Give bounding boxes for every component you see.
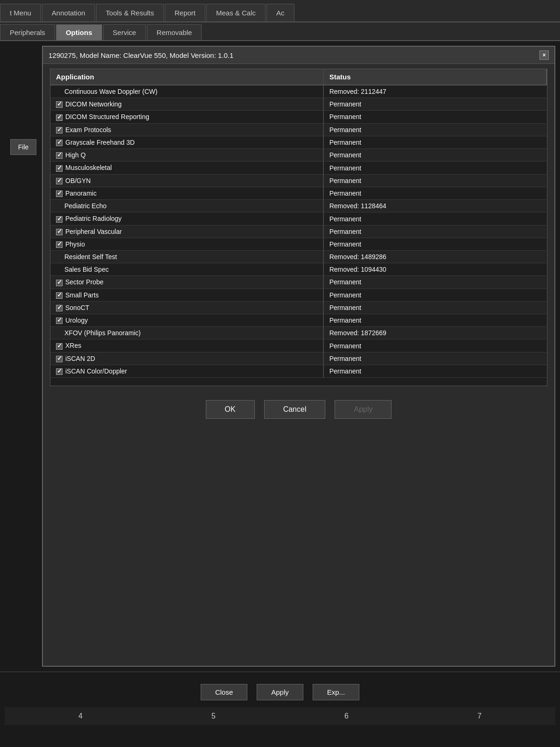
apply-button[interactable]: Apply bbox=[335, 400, 392, 419]
table-row[interactable]: Sector ProbePermanent bbox=[50, 276, 546, 289]
status-cell: Permanent bbox=[323, 187, 546, 200]
checkbox-icon[interactable] bbox=[56, 127, 63, 134]
tab-tools-results[interactable]: Tools & Results bbox=[96, 4, 164, 21]
checkbox-icon[interactable] bbox=[56, 114, 63, 121]
table-row[interactable]: High QPermanent bbox=[50, 149, 546, 162]
table-row[interactable]: Pediatric RadiologyPermanent bbox=[50, 212, 546, 225]
table-row[interactable]: iSCAN 2DPermanent bbox=[50, 352, 546, 365]
tab-meas-calc[interactable]: Meas & Calc bbox=[206, 4, 266, 21]
table-row[interactable]: Exam ProtocolsPermanent bbox=[50, 123, 546, 136]
dialog-box: 1290275, Model Name: ClearVue 550, Model… bbox=[42, 46, 555, 667]
tab-bar-second: Peripherals Options Service Removable bbox=[0, 22, 560, 41]
table-row[interactable]: UrologyPermanent bbox=[50, 314, 546, 327]
table-row[interactable]: PhysioPermanent bbox=[50, 238, 546, 250]
status-cell: Permanent bbox=[323, 314, 546, 327]
checkbox-icon[interactable] bbox=[56, 241, 63, 248]
checkbox-icon[interactable] bbox=[56, 140, 63, 146]
table-scroll-area[interactable]: Application Status Continuous Wave Doppl… bbox=[50, 69, 547, 386]
num-7: 7 bbox=[477, 712, 482, 720]
checkbox-icon[interactable] bbox=[56, 317, 63, 324]
status-cell: Permanent bbox=[323, 162, 546, 174]
table-container: Application Status Continuous Wave Doppl… bbox=[50, 69, 547, 386]
status-cell: Permanent bbox=[323, 339, 546, 352]
checkbox-icon[interactable] bbox=[56, 101, 63, 108]
close-bottom-button[interactable]: Close bbox=[201, 684, 247, 700]
cancel-button[interactable]: Cancel bbox=[264, 400, 326, 419]
table-row[interactable]: PanoramicPermanent bbox=[50, 187, 546, 200]
checkbox-icon[interactable] bbox=[56, 343, 63, 350]
status-cell: Permanent bbox=[323, 225, 546, 238]
col-status: Status bbox=[323, 69, 546, 85]
dialog-title: 1290275, Model Name: ClearVue 550, Model… bbox=[49, 51, 233, 59]
checkbox-icon[interactable] bbox=[56, 165, 63, 172]
status-cell: Permanent bbox=[323, 301, 546, 314]
status-cell: Permanent bbox=[323, 212, 546, 225]
status-cell: Permanent bbox=[323, 136, 546, 148]
table-row[interactable]: XResPermanent bbox=[50, 339, 546, 352]
left-panel: File bbox=[5, 46, 42, 667]
table-header-row: Application Status bbox=[50, 69, 546, 85]
status-cell: Permanent bbox=[323, 149, 546, 162]
table-body: Continuous Wave Doppler (CW)Removed: 211… bbox=[50, 85, 546, 378]
table-row[interactable]: Sales Bid SpecRemoved: 1094430 bbox=[50, 263, 546, 276]
button-row: OK Cancel Apply bbox=[43, 391, 554, 428]
status-cell: Permanent bbox=[323, 365, 546, 378]
table-row[interactable]: Grayscale Freehand 3DPermanent bbox=[50, 136, 546, 148]
checkbox-icon[interactable] bbox=[56, 190, 63, 197]
number-bar: 4 5 6 7 bbox=[5, 707, 555, 725]
checkbox-icon[interactable] bbox=[56, 216, 63, 223]
tab-report[interactable]: Report bbox=[165, 4, 205, 21]
checkbox-icon[interactable] bbox=[56, 292, 63, 299]
num-6: 6 bbox=[344, 712, 349, 720]
status-cell: Permanent bbox=[323, 98, 546, 111]
bottom-section: Close Apply Exp... 4 5 6 7 bbox=[0, 671, 560, 730]
export-button[interactable]: Exp... bbox=[313, 684, 359, 700]
file-button[interactable]: File bbox=[10, 139, 37, 155]
table-row[interactable]: SonoCTPermanent bbox=[50, 301, 546, 314]
tab-bar-top: t Menu Annotation Tools & Results Report… bbox=[0, 0, 560, 22]
col-application: Application bbox=[50, 69, 323, 85]
table-row[interactable]: Pediatric EchoRemoved: 1128464 bbox=[50, 200, 546, 212]
table-row[interactable]: DICOM Structured ReportingPermanent bbox=[50, 111, 546, 123]
status-cell: Removed: 1094430 bbox=[323, 263, 546, 276]
checkbox-icon[interactable] bbox=[56, 178, 63, 184]
checkbox-icon[interactable] bbox=[56, 368, 63, 375]
tab-peripherals[interactable]: Peripherals bbox=[0, 24, 55, 40]
table-row[interactable]: Continuous Wave Doppler (CW)Removed: 211… bbox=[50, 85, 546, 98]
status-cell: Removed: 1489286 bbox=[323, 251, 546, 263]
ok-button[interactable]: OK bbox=[206, 400, 255, 419]
status-cell: Removed: 1128464 bbox=[323, 200, 546, 212]
checkbox-icon[interactable] bbox=[56, 229, 63, 235]
table-row[interactable]: MusculoskeletalPermanent bbox=[50, 162, 546, 174]
applications-table: Application Status Continuous Wave Doppl… bbox=[50, 69, 547, 378]
table-row[interactable]: OB/GYNPermanent bbox=[50, 174, 546, 187]
bottom-bar: Close Apply Exp... bbox=[5, 677, 555, 707]
tab-ac[interactable]: Ac bbox=[266, 4, 294, 21]
tab-annotation[interactable]: Annotation bbox=[42, 4, 95, 21]
table-row[interactable]: iSCAN Color/DopplerPermanent bbox=[50, 365, 546, 378]
checkbox-icon[interactable] bbox=[56, 356, 63, 362]
status-cell: Permanent bbox=[323, 289, 546, 301]
dialog-title-bar: 1290275, Model Name: ClearVue 550, Model… bbox=[43, 47, 554, 64]
checkbox-icon[interactable] bbox=[56, 152, 63, 159]
tab-options[interactable]: Options bbox=[56, 24, 102, 40]
tab-service[interactable]: Service bbox=[103, 24, 146, 40]
tab-t-menu[interactable]: t Menu bbox=[0, 4, 41, 21]
checkbox-icon[interactable] bbox=[56, 280, 63, 286]
table-row[interactable]: DICOM NetworkingPermanent bbox=[50, 98, 546, 111]
close-button[interactable]: × bbox=[539, 50, 549, 60]
apply-bottom-button[interactable]: Apply bbox=[257, 684, 303, 700]
status-cell: Removed: 1872669 bbox=[323, 327, 546, 339]
status-cell: Removed: 2112447 bbox=[323, 85, 546, 98]
tab-removable[interactable]: Removable bbox=[147, 24, 202, 40]
num-4: 4 bbox=[78, 712, 83, 720]
checkbox-icon[interactable] bbox=[56, 305, 63, 311]
table-row[interactable]: Peripheral VascularPermanent bbox=[50, 225, 546, 238]
status-cell: Permanent bbox=[323, 174, 546, 187]
table-row[interactable]: Resident Self TestRemoved: 1489286 bbox=[50, 251, 546, 263]
table-row[interactable]: Small PartsPermanent bbox=[50, 289, 546, 301]
status-cell: Permanent bbox=[323, 123, 546, 136]
main-area: File 1290275, Model Name: ClearVue 550, … bbox=[0, 41, 560, 671]
table-row[interactable]: XFOV (Philips Panoramic)Removed: 1872669 bbox=[50, 327, 546, 339]
status-cell: Permanent bbox=[323, 111, 546, 123]
